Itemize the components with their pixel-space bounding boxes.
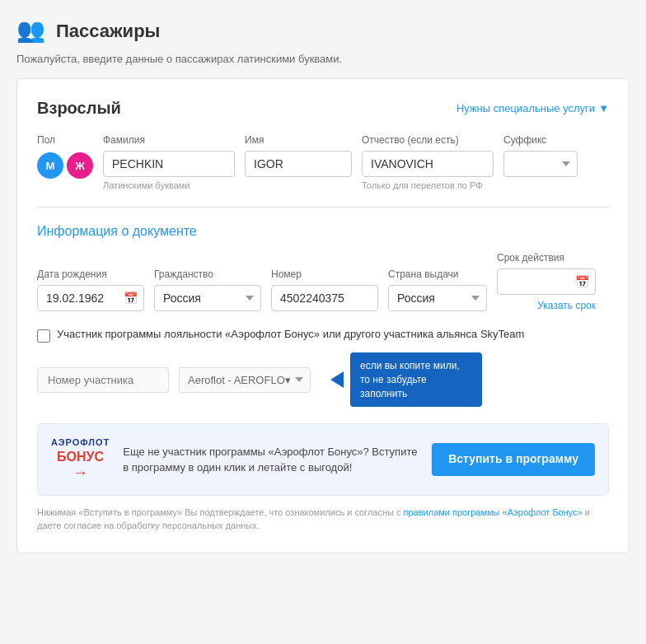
section-title: Взрослый	[37, 99, 121, 118]
gender-buttons: М Ж	[37, 152, 93, 179]
first-name-input[interactable]	[245, 151, 352, 177]
banner-text: Еще не участник программы «Аэрофлот Бону…	[123, 444, 419, 476]
passenger-card: Взрослый Нужны специальные услуги ▼ Пол …	[16, 78, 630, 553]
page-header: 👥 Пассажиры	[16, 16, 630, 46]
citizenship-label: Гражданство	[154, 268, 261, 280]
loyalty-checkbox-row: Участник программы лояльности «Аэрофлот …	[37, 328, 609, 343]
chevron-down-icon: ▼	[598, 102, 609, 114]
page-title: Пассажиры	[56, 21, 160, 42]
middle-name-label: Отчество (если есть)	[362, 134, 494, 146]
validity-input[interactable]	[497, 268, 596, 295]
tooltip-bubble: если вы копите мили, то не забудьте запо…	[350, 352, 482, 407]
gender-group: Пол М Ж	[37, 134, 93, 179]
suffix-label: Суффикс	[503, 134, 578, 146]
birth-date-group: Дата рождения 📅	[37, 268, 144, 311]
document-form-row: Дата рождения 📅 Гражданство Россия США Д…	[37, 252, 609, 311]
gender-male-button[interactable]: М	[37, 152, 63, 179]
name-form-row: Пол М Ж Фамилия Латинскими буквами Имя О…	[37, 134, 609, 190]
last-name-input[interactable]	[103, 151, 235, 177]
document-section-title: Информация о документе	[37, 224, 609, 239]
aeroflot-logo-bottom: БОНУС	[57, 449, 104, 464]
arrow-left-icon	[330, 371, 344, 388]
issue-country-select[interactable]: Россия США Другое	[388, 285, 487, 311]
loyalty-label: Участник программы лояльности «Аэрофлот …	[57, 328, 524, 340]
aeroflot-banner: АЭРОФЛОТ БОНУС → Еще не участник програм…	[37, 423, 609, 495]
birth-date-label: Дата рождения	[37, 268, 144, 280]
passengers-icon: 👥	[16, 16, 46, 46]
suffix-select[interactable]: Jr Sr	[503, 151, 578, 177]
doc-number-group: Номер	[271, 268, 378, 311]
airline-select[interactable]: Aeroflot - AEROFLO▾	[179, 367, 311, 393]
validity-wrapper: 📅	[497, 268, 596, 295]
validity-group: Срок действия 📅 Указать срок	[497, 252, 596, 311]
birth-date-input[interactable]	[37, 285, 144, 311]
validity-label: Срок действия	[497, 252, 596, 264]
last-name-group: Фамилия Латинскими буквами	[103, 134, 235, 190]
gender-label: Пол	[37, 134, 93, 146]
last-name-hint: Латинскими буквами	[103, 180, 235, 190]
issue-country-label: Страна выдачи	[388, 268, 487, 280]
issue-country-group: Страна выдачи Россия США Другое	[388, 268, 487, 311]
birth-date-wrapper: 📅	[37, 285, 144, 311]
special-services-link[interactable]: Нужны специальные услуги ▼	[456, 102, 609, 114]
middle-name-hint: Только для перелетов по РФ	[362, 180, 494, 190]
section-divider	[37, 207, 609, 208]
gender-female-button[interactable]: Ж	[67, 152, 93, 179]
doc-number-input[interactable]	[271, 285, 378, 311]
loyalty-checkbox[interactable]	[37, 329, 50, 343]
aeroflot-arrow-icon: →	[73, 464, 88, 482]
section-header: Взрослый Нужны специальные услуги ▼	[37, 99, 609, 118]
first-name-label: Имя	[245, 134, 352, 146]
footer-text: Нажимая «Вступить в программу» Вы подтве…	[37, 506, 609, 533]
page-subtitle: Пожалуйста, введите данные о пассажирах …	[16, 53, 630, 65]
tooltip-container: если вы копите мили, то не забудьте запо…	[330, 352, 482, 407]
page-container: 👥 Пассажиры Пожалуйста, введите данные о…	[16, 16, 630, 553]
join-program-button[interactable]: Вступить в программу	[432, 443, 595, 476]
validity-link[interactable]: Указать срок	[497, 300, 596, 311]
aeroflot-logo: АЭРОФЛОТ БОНУС →	[51, 437, 110, 481]
loyalty-inputs-row: Aeroflot - AEROFLO▾ если вы копите мили,…	[37, 352, 609, 407]
first-name-group: Имя	[245, 134, 352, 177]
middle-name-input[interactable]	[362, 151, 494, 177]
last-name-label: Фамилия	[103, 134, 235, 146]
suffix-group: Суффикс Jr Sr	[503, 134, 578, 177]
loyalty-section: Участник программы лояльности «Аэрофлот …	[37, 328, 609, 407]
footer-text-before: Нажимая «Вступить в программу» Вы подтве…	[37, 507, 404, 517]
doc-number-label: Номер	[271, 268, 378, 280]
member-number-input[interactable]	[37, 367, 169, 393]
middle-name-group: Отчество (если есть) Только для перелето…	[362, 134, 494, 190]
aeroflot-logo-top: АЭРОФЛОТ	[51, 437, 110, 448]
citizenship-group: Гражданство Россия США Другое	[154, 268, 261, 311]
citizenship-select[interactable]: Россия США Другое	[154, 285, 261, 311]
footer-link-rules[interactable]: правилами программы «Аэрофлот Бонус»	[404, 507, 583, 517]
